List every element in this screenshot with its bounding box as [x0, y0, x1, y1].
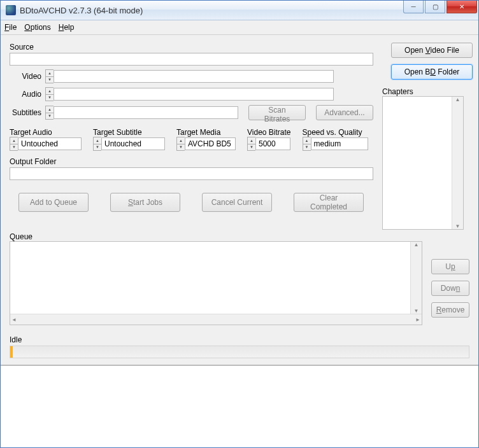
- source-label: Source: [10, 43, 373, 52]
- queue-label: Queue: [10, 232, 32, 241]
- advanced-button[interactable]: Advanced...: [316, 105, 373, 120]
- target-media-label: Target Media: [176, 128, 236, 137]
- minimize-button[interactable]: ─: [403, 1, 424, 13]
- menu-file[interactable]: File: [4, 23, 17, 32]
- start-jobs-button[interactable]: Start Jobs: [110, 193, 180, 212]
- audio-label: Audio: [10, 90, 41, 99]
- queue-scrollbar-v[interactable]: ▲▼: [410, 242, 422, 314]
- close-button[interactable]: ✕: [447, 1, 477, 13]
- up-button[interactable]: Up: [431, 259, 469, 274]
- video-bitrate-label: Video Bitrate: [247, 128, 291, 137]
- scan-bitrates-button[interactable]: Scan Bitrates: [248, 105, 306, 120]
- source-input[interactable]: [10, 53, 373, 66]
- output-folder-input[interactable]: [10, 167, 373, 180]
- open-video-file-button[interactable]: Open Video File: [391, 43, 473, 58]
- add-to-queue-button[interactable]: Add to Queue: [18, 193, 89, 212]
- subtitles-spinner[interactable]: ▲▼: [45, 106, 54, 120]
- subtitles-input[interactable]: [54, 106, 238, 119]
- progress-bar: [10, 346, 469, 358]
- target-audio-input[interactable]: [18, 137, 82, 150]
- menu-options[interactable]: Options: [24, 23, 50, 32]
- queue-list[interactable]: ▲▼ ◄►: [10, 241, 422, 325]
- remove-button[interactable]: Remove: [431, 302, 469, 318]
- maximize-button[interactable]: ▢: [425, 1, 445, 13]
- audio-input[interactable]: [54, 88, 334, 101]
- target-subtitle-spinner[interactable]: ▲▼: [93, 137, 101, 151]
- video-spinner[interactable]: ▲▼: [45, 69, 54, 83]
- client-area: Source Video ▲▼ Audio ▲▼: [1, 35, 478, 447]
- clear-completed-button[interactable]: Clear Completed: [294, 193, 364, 212]
- target-audio-spinner[interactable]: ▲▼: [10, 137, 18, 151]
- chapters-list[interactable]: ▲▼: [382, 96, 464, 230]
- speed-quality-spinner[interactable]: ▲▼: [303, 137, 311, 151]
- target-media-spinner[interactable]: ▲▼: [176, 137, 185, 151]
- titlebar[interactable]: BDtoAVCHD v2.7.3 (64-bit mode) ─ ▢ ✕: [1, 1, 478, 20]
- output-folder-label: Output Folder: [10, 157, 56, 166]
- audio-spinner[interactable]: ▲▼: [45, 87, 54, 101]
- speed-quality-label: Speed vs. Quality: [303, 128, 368, 137]
- speed-quality-input[interactable]: [311, 137, 368, 150]
- app-icon: [6, 5, 16, 15]
- target-audio-label: Target Audio: [10, 128, 82, 137]
- video-bitrate-spinner[interactable]: ▲▼: [247, 137, 255, 151]
- cancel-current-button[interactable]: Cancel Current: [202, 193, 272, 212]
- video-input[interactable]: [54, 70, 334, 83]
- open-bd-folder-button[interactable]: Open BD Folder: [391, 64, 473, 80]
- menubar: File Options Help: [1, 20, 478, 35]
- chapters-label: Chapters: [382, 87, 464, 96]
- app-window: BDtoAVCHD v2.7.3 (64-bit mode) ─ ▢ ✕ Fil…: [0, 0, 479, 448]
- window-title: BDtoAVCHD v2.7.3 (64-bit mode): [20, 6, 143, 15]
- status-label: Idle: [10, 335, 22, 344]
- target-subtitle-input[interactable]: [101, 137, 165, 150]
- target-media-input[interactable]: [185, 137, 236, 150]
- video-bitrate-input[interactable]: [255, 137, 290, 150]
- chapters-scrollbar[interactable]: ▲▼: [452, 97, 463, 229]
- subtitles-label: Subtitles: [10, 108, 41, 117]
- log-area[interactable]: [1, 365, 478, 447]
- target-subtitle-label: Target Subtitle: [93, 128, 165, 137]
- video-label: Video: [10, 72, 41, 81]
- queue-scrollbar-h[interactable]: ◄►: [10, 314, 422, 325]
- menu-help[interactable]: Help: [59, 23, 75, 32]
- down-button[interactable]: Down: [431, 281, 469, 296]
